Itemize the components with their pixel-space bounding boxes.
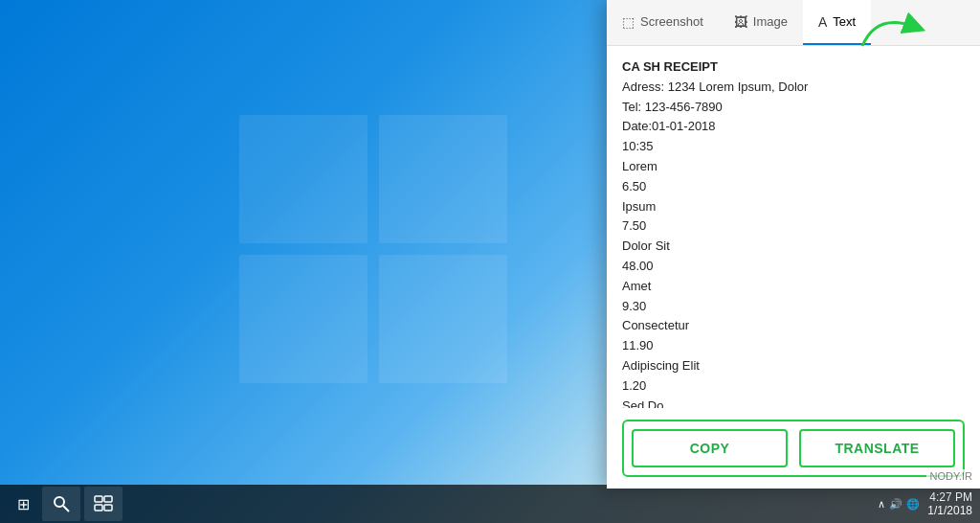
arrow-annotation [858,8,934,59]
tab-screenshot[interactable]: ⬚ Screenshot [607,0,719,45]
receipt-line: 6.50 [622,177,965,197]
ocr-panel: ⬚ Screenshot 🖼 Image A Text CA SH RECEIP… [607,0,980,489]
tab-text-label: Text [833,14,856,29]
receipt-line: 10:35 [622,137,965,157]
receipt-line: Consectetur [622,316,965,336]
taskbar-search[interactable] [42,487,80,521]
start-button[interactable]: ⊞ [8,489,38,519]
receipt-line: Sed Do [622,397,965,408]
text-icon: A [818,14,827,30]
receipt-line: 11.90 [622,336,965,356]
svg-line-1 [63,506,69,512]
tab-image[interactable]: 🖼 Image [719,0,803,45]
svg-rect-2 [95,496,102,502]
windows-logo [239,115,507,383]
receipt-line: 1.20 [622,376,965,397]
receipt-line: Date:01-01-2018 [622,117,965,137]
ocr-text-content[interactable]: CA SH RECEIPTAdress: 1234 Lorem Ipsum, D… [607,46,980,408]
translate-button[interactable]: Translate [799,429,955,467]
receipt-line: Dolor Sit [622,237,965,257]
tab-screenshot-label: Screenshot [640,14,703,29]
receipt-line: 9.30 [622,297,965,317]
receipt-line: Adress: 1234 Lorem Ipsum, Dolor [622,78,965,98]
svg-point-0 [55,497,64,507]
taskbar: ⊞ ∧ 🔊 🌐 4:27 PM 1/1/2018 [0,485,980,523]
system-tray: ∧ 🔊 🌐 [878,498,920,511]
receipt-line: 7.50 [622,216,965,237]
svg-rect-5 [104,505,112,511]
watermark: NODY.IR [926,469,976,483]
crop-icon: ⬚ [622,14,635,30]
receipt-line: Amet [622,277,965,297]
receipt-line: Adipiscing Elit [622,356,965,376]
receipt-line: Ipsum [622,197,965,217]
svg-rect-4 [95,505,102,511]
taskbar-left: ⊞ [8,487,122,521]
receipt-line: 48.00 [622,257,965,277]
image-icon: 🖼 [734,14,747,30]
action-buttons-wrapper: COPY Translate [622,420,965,477]
svg-rect-3 [104,496,112,502]
receipt-line: Tel: 123-456-7890 [622,98,965,118]
tab-image-label: Image [753,14,788,29]
taskbar-taskview[interactable] [84,487,122,521]
windows-start-icon: ⊞ [17,495,30,513]
bottom-bar: COPY Translate [607,408,980,489]
taskbar-right: ∧ 🔊 🌐 4:27 PM 1/1/2018 [878,490,972,517]
copy-button[interactable]: COPY [632,429,788,467]
system-clock: 4:27 PM 1/1/2018 [927,490,972,517]
receipt-line: Lorem [622,157,965,177]
receipt-line: CA SH RECEIPT [622,57,965,78]
